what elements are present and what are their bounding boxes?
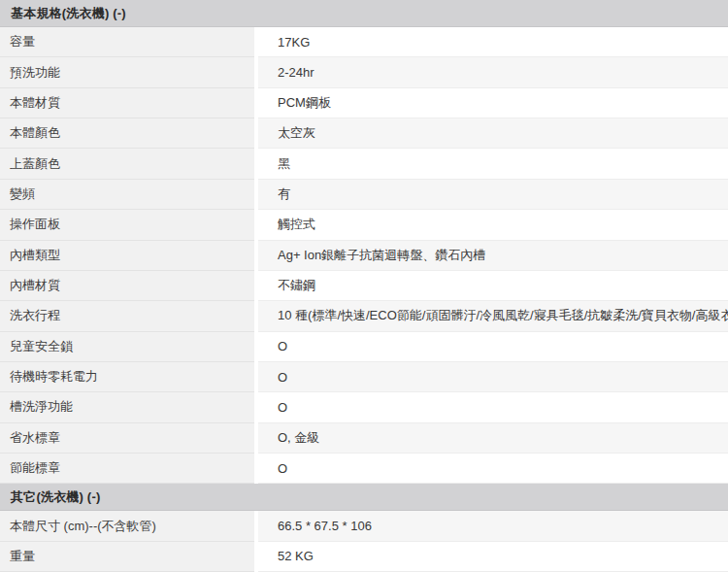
spec-value: O	[258, 362, 728, 392]
spec-label: 容量	[0, 27, 254, 57]
spec-row: 槽洗淨功能O	[0, 392, 728, 422]
spec-label: 預洗功能	[0, 57, 254, 87]
spec-label: 本體顏色	[0, 118, 254, 149]
spec-label: 節能標章	[0, 454, 254, 484]
spec-table: 基本規格(洗衣機) (-)容量17KG預洗功能2-24hr本體材質PCM鋼板本體…	[0, 0, 728, 572]
spec-label: 本體尺寸 (cm)--(不含軟管)	[0, 511, 254, 541]
spec-label: 洗衣行程	[0, 301, 254, 331]
spec-row: 內槽類型Ag+ Ion銀離子抗菌迴轉盤、鑽石內槽	[0, 241, 728, 271]
spec-row: 本體尺寸 (cm)--(不含軟管)66.5 * 67.5 * 106	[0, 511, 728, 541]
section-header: 其它(洗衣機) (-)	[0, 484, 728, 511]
spec-label: 上蓋顏色	[0, 149, 254, 179]
spec-row: 省水標章O, 金級	[0, 423, 728, 454]
spec-label: 本體材質	[0, 88, 254, 118]
spec-label: 省水標章	[0, 423, 254, 454]
spec-label: 變頻	[0, 180, 254, 210]
spec-value: O, 金級	[258, 423, 728, 454]
spec-value: 66.5 * 67.5 * 106	[258, 511, 728, 541]
spec-value: 黑	[258, 149, 728, 179]
spec-row: 操作面板觸控式	[0, 210, 728, 240]
spec-row: 重量52 KG	[0, 542, 728, 572]
spec-row: 上蓋顏色黑	[0, 149, 728, 179]
spec-value: 太空灰	[258, 118, 728, 149]
spec-label: 操作面板	[0, 210, 254, 240]
spec-value: 17KG	[258, 27, 728, 57]
spec-label: 重量	[0, 542, 254, 572]
spec-row: 兒童安全鎖O	[0, 332, 728, 362]
spec-label: 槽洗淨功能	[0, 392, 254, 422]
spec-value: PCM鋼板	[258, 88, 728, 118]
spec-row: 待機時零耗電力O	[0, 362, 728, 392]
spec-value: 2-24hr	[258, 57, 728, 87]
spec-value: 52 KG	[258, 542, 728, 572]
section-header: 基本規格(洗衣機) (-)	[0, 0, 728, 27]
spec-label: 內槽材質	[0, 271, 254, 301]
spec-value: 有	[258, 180, 728, 210]
spec-row: 節能標章O	[0, 454, 728, 484]
spec-value: O	[258, 392, 728, 422]
spec-label: 待機時零耗電力	[0, 362, 254, 392]
spec-label: 兒童安全鎖	[0, 332, 254, 362]
spec-row: 本體材質PCM鋼板	[0, 88, 728, 118]
spec-value: 10 種(標準/快速/ECO節能/頑固髒汙/冷風風乾/寢具毛毯/抗皺柔洗/寶貝衣…	[258, 301, 728, 331]
spec-value: 不鏽鋼	[258, 271, 728, 301]
spec-row: 容量17KG	[0, 27, 728, 57]
spec-value: O	[258, 332, 728, 362]
spec-row: 預洗功能2-24hr	[0, 57, 728, 87]
spec-value: O	[258, 454, 728, 484]
spec-row: 本體顏色太空灰	[0, 118, 728, 149]
spec-value: 觸控式	[258, 210, 728, 240]
spec-row: 變頻有	[0, 180, 728, 210]
spec-value: Ag+ Ion銀離子抗菌迴轉盤、鑽石內槽	[258, 241, 728, 271]
spec-label: 內槽類型	[0, 241, 254, 271]
spec-row: 內槽材質不鏽鋼	[0, 271, 728, 301]
spec-row: 洗衣行程10 種(標準/快速/ECO節能/頑固髒汙/冷風風乾/寢具毛毯/抗皺柔洗…	[0, 301, 728, 331]
